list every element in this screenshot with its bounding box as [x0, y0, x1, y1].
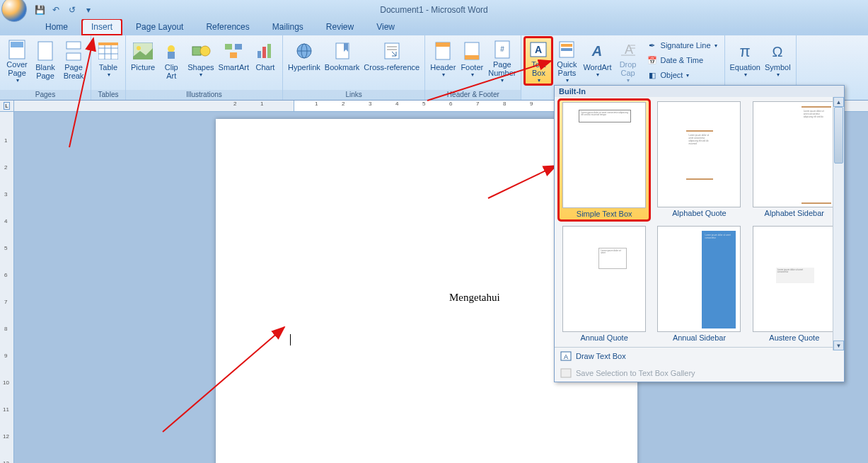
group-label: Pages [0, 90, 91, 100]
qat-customize[interactable]: ▾ [81, 3, 96, 17]
drop-cap-icon: A [617, 40, 640, 59]
gallery-scrollbar[interactable]: ▲ ▼ [833, 97, 844, 350]
chevron-down-icon: ▾ [199, 72, 202, 78]
chevron-down-icon: ▾ [596, 72, 599, 78]
office-button[interactable] [1, 0, 27, 22]
scroll-thumb[interactable] [834, 107, 843, 164]
chevron-down-icon: ▾ [538, 77, 540, 84]
tab-home[interactable]: Home [37, 20, 76, 35]
save-button[interactable]: 💾 [33, 3, 47, 17]
undo-icon: ↶ [52, 5, 59, 15]
smartart-icon [222, 40, 245, 62]
svg-rect-31 [436, 42, 450, 47]
chevron-down-icon: ▾ [744, 72, 747, 78]
equation-button[interactable]: π Equation ▾ [728, 37, 763, 85]
object-button[interactable]: ◧ Object ▾ [644, 68, 720, 82]
signature-line-button[interactable]: ✒ Signature Line ▾ [644, 38, 720, 52]
text-box-icon: A [527, 40, 550, 59]
blank-page-button[interactable]: BlankPage [31, 37, 59, 85]
equation-icon: π [734, 40, 756, 62]
drop-cap-button[interactable]: A DropCap ▾ [614, 37, 642, 85]
undo-button[interactable]: ↶ [49, 3, 63, 17]
cross-ref-icon [381, 40, 403, 62]
ribbon-tabs: Home Insert Page Layout References Maili… [0, 19, 868, 35]
chart-button[interactable]: Chart [251, 37, 279, 85]
text-box-button[interactable]: A TextBox ▾ [524, 37, 552, 85]
svg-rect-14 [168, 52, 175, 59]
quick-parts-button[interactable]: QuickParts ▾ [552, 37, 581, 85]
clip-art-button[interactable]: ClipArt [157, 37, 185, 85]
gallery-item-alphabet-sidebar[interactable]: Lorem ipsum dolor sit amet consectetur a… [749, 100, 840, 220]
svg-rect-3 [66, 42, 81, 49]
thumb-annual-quote: Lorem ipsum dolor sit amet [562, 226, 646, 332]
svg-point-16 [200, 46, 210, 56]
object-icon: ◧ [647, 69, 658, 81]
svg-rect-33 [465, 55, 479, 59]
svg-rect-4 [66, 53, 81, 60]
svg-rect-18 [235, 44, 242, 50]
gallery-header: Built-In [555, 86, 844, 97]
thumb-alphabet-quote: Lorem ipsum dolor sit amet consectetur a… [657, 101, 741, 207]
svg-text:Ω: Ω [772, 44, 783, 59]
svg-rect-39 [561, 44, 572, 47]
scroll-down-arrow[interactable]: ▼ [833, 341, 844, 350]
page-break-button[interactable]: PageBreak [59, 37, 88, 85]
tab-review[interactable]: Review [318, 20, 362, 35]
save-icon: 💾 [35, 5, 45, 15]
svg-point-12 [137, 46, 141, 50]
thumb-alphabet-sidebar: Lorem ipsum dolor sit amet consectetur a… [753, 101, 836, 207]
svg-rect-15 [192, 47, 201, 55]
tab-page-layout[interactable]: Page Layout [127, 20, 192, 35]
ruler-corner[interactable]: L [0, 101, 14, 112]
smartart-button[interactable]: SmartArt [216, 37, 251, 85]
date-time-icon: 📅 [647, 55, 658, 66]
header-button[interactable]: Header ▾ [428, 37, 458, 85]
svg-text:A: A [625, 42, 633, 57]
blank-page-icon [34, 40, 57, 62]
group-illustrations: Picture ClipArt Shapes ▾ SmartArt Chart … [126, 35, 283, 100]
cross-reference-button[interactable]: Cross-reference [361, 37, 422, 85]
table-button[interactable]: Table ▾ [94, 37, 122, 85]
svg-rect-20 [257, 51, 261, 58]
gallery-body[interactable]: Lorem ipsum dolor sit amet consectetur a… [555, 97, 844, 347]
tab-references[interactable]: References [197, 20, 257, 35]
gallery-item-annual-sidebar[interactable]: Lorem ipsum dolor sit amet consectetur A… [654, 224, 744, 343]
hyperlink-button[interactable]: Hyperlink [286, 37, 323, 85]
save-selection-icon [560, 367, 572, 379]
svg-rect-10 [98, 42, 118, 45]
tab-mailings[interactable]: Mailings [264, 20, 312, 35]
gallery-item-annual-quote[interactable]: Lorem ipsum dolor sit amet Annual Quote [559, 224, 649, 343]
page-break-icon [62, 40, 85, 62]
date-time-button[interactable]: 📅 Date & Time [644, 53, 720, 67]
gallery-item-austere-quote[interactable]: Lorem ipsum dolor sit amet consectetur A… [749, 224, 840, 343]
draw-text-box-icon: A [560, 350, 572, 362]
gallery-item-alphabet-quote[interactable]: Lorem ipsum dolor sit amet consectetur a… [654, 100, 744, 220]
clip-art-icon [160, 40, 183, 62]
group-tables: Table ▾ Tables [91, 35, 126, 100]
wordart-icon: A [586, 40, 608, 62]
signature-icon: ✒ [647, 40, 658, 51]
cover-page-button[interactable]: CoverPage ▾ [3, 37, 31, 85]
gallery-footer: A Draw Text Box Save Selection to Text B… [555, 347, 844, 382]
symbol-button[interactable]: Ω Symbol ▾ [763, 37, 793, 85]
wordart-button[interactable]: A WordArt ▾ [581, 37, 613, 85]
vertical-ruler[interactable]: 1 2 3 4 5 6 7 8 9 10 11 12 13 [0, 112, 14, 463]
svg-rect-19 [230, 52, 237, 58]
hyperlink-icon [293, 40, 316, 62]
gallery-item-simple-text-box[interactable]: Lorem ipsum dolor sit amet consectetur a… [559, 100, 649, 220]
scroll-up-arrow[interactable]: ▲ [833, 97, 844, 107]
tab-insert[interactable]: Insert [82, 19, 122, 35]
redo-button[interactable]: ↺ [65, 3, 79, 17]
document-text: Mengetahui [449, 292, 500, 304]
bookmark-button[interactable]: Bookmark [323, 37, 362, 85]
symbol-icon: Ω [766, 40, 789, 62]
page-number-button[interactable]: # PageNumber ▾ [486, 37, 518, 85]
quick-parts-icon [555, 40, 578, 59]
draw-text-box-item[interactable]: A Draw Text Box [555, 348, 844, 365]
footer-button[interactable]: Footer ▾ [458, 37, 486, 85]
thumb-annual-sidebar: Lorem ipsum dolor sit amet consectetur [657, 226, 741, 332]
tab-view[interactable]: View [368, 20, 403, 35]
picture-button[interactable]: Picture [129, 37, 157, 85]
shapes-button[interactable]: Shapes ▾ [185, 37, 216, 85]
group-header-footer: Header ▾ Footer ▾ # PageNumber ▾ Header … [425, 35, 521, 100]
